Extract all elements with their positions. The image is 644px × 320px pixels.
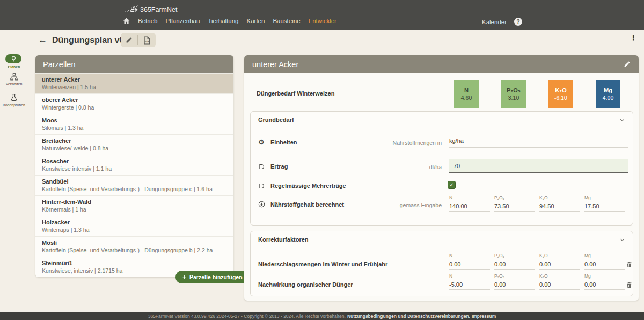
calc-n-input[interactable] xyxy=(449,202,490,212)
rail-label-planen: Planen xyxy=(0,65,28,69)
edit-parcel-button[interactable] xyxy=(624,61,631,68)
rail-item-planen[interactable] xyxy=(5,54,21,63)
niederschlag-n-input[interactable] xyxy=(449,260,490,270)
parcel-item-moesli[interactable]: Mösli Kartoffeln (Speise- und Verarbeitu… xyxy=(35,236,233,257)
chevron-down-icon[interactable] xyxy=(619,117,625,123)
korrekturfaktoren-card: Korrekturfaktoren Niederschlagsmengen im… xyxy=(250,231,633,296)
niederschlag-p2o5-input[interactable] xyxy=(494,260,535,270)
calc-mg-input[interactable] xyxy=(584,202,625,212)
rail-item-bodenproben[interactable] xyxy=(0,93,28,104)
parcel-item-sandbuel[interactable]: Sandbüel Kartoffeln (Speise- und Verarbe… xyxy=(35,175,233,195)
calc-p2o5-field: P₂O₅ xyxy=(494,195,535,212)
svg-text:PDF: PDF xyxy=(145,40,150,43)
logo-dots-icon xyxy=(124,5,138,14)
parcel-item-hinterr-dem-wald[interactable]: Hinterr-dem-Wald Körnermais | 1 ha xyxy=(35,195,233,216)
niederschlag-k2o-input[interactable] xyxy=(539,260,580,270)
calc-n-field: N xyxy=(449,195,490,212)
rail-item-verwalten[interactable] xyxy=(0,73,28,83)
topbar-right: Kalender ? xyxy=(482,18,522,26)
edit-plan-button[interactable] xyxy=(121,33,137,47)
footer-link-terms[interactable]: Nutzungsbedingungen und Datenschutzverei… xyxy=(347,314,470,319)
naehrstoffgehalt-row: Nährstoffgehalt berechnet gemäss Eingabe… xyxy=(258,195,625,216)
parcel-item-moos[interactable]: Moos Silomais | 1.3 ha xyxy=(35,114,233,134)
nav-pflanzenbau[interactable]: Pflanzenbau xyxy=(165,18,200,24)
pdf-icon: PDF xyxy=(143,36,151,45)
nav-bausteine[interactable]: Bausteine xyxy=(273,18,300,24)
logo-text: 365FarmNet xyxy=(140,6,177,13)
droplet-circle-icon xyxy=(258,200,265,210)
nav-kalender[interactable]: Kalender xyxy=(482,19,507,25)
rail-label-verwalten: Verwalten xyxy=(0,82,28,86)
calc-p2o5-input[interactable] xyxy=(494,202,535,212)
topbar: 365FarmNet Betrieb Pflanzenbau Tierhaltu… xyxy=(0,0,644,30)
parcels-panel: Parzellen unterer Acker Winterweizen | 1… xyxy=(35,55,233,277)
footer-link-impressum[interactable]: Impressum xyxy=(472,314,496,319)
korrektur-row-niederschlag: Niederschlagsmengen im Winter und Frühja… xyxy=(258,253,625,273)
page-title: Düngungsplan v01 xyxy=(52,35,129,45)
title-toolbar: PDF xyxy=(121,33,156,47)
nachwirkung-k2o-input[interactable] xyxy=(539,281,580,290)
chevron-down-icon[interactable] xyxy=(619,237,625,243)
pencil-icon xyxy=(126,37,133,43)
tile-n: N 4.60 xyxy=(454,80,479,108)
calc-k2o-field: K₂O xyxy=(539,195,580,212)
org-chart-icon xyxy=(10,73,18,81)
grundbedarf-header: Grundbedarf xyxy=(251,112,633,128)
einheiten-select[interactable]: kg/ha xyxy=(449,137,628,148)
ertrag-input[interactable] xyxy=(449,159,628,173)
nav-betrieb[interactable]: Betrieb xyxy=(138,18,157,24)
lightbulb-icon xyxy=(11,56,16,62)
main-nav: Betrieb Pflanzenbau Tierhaltung Karten B… xyxy=(123,18,336,24)
ertrag-row: Ertrag dt/ha xyxy=(258,163,625,177)
parcel-item-rosacher[interactable]: Rosacher Kunstwiese intensiv | 1.1 ha xyxy=(35,155,233,175)
parcel-item-breitacher[interactable]: Breitacher Naturwiese/-weide | 0.8 ha xyxy=(35,134,233,155)
nav-karten[interactable]: Karten xyxy=(247,18,265,24)
mehrertraege-checkbox[interactable]: ✓ xyxy=(448,181,456,189)
tile-p2o5: P₂O₅ 3.10 xyxy=(501,80,526,108)
plus-icon: + xyxy=(182,273,186,281)
korrekturfaktoren-header: Korrekturfaktoren xyxy=(251,231,633,248)
trash-icon[interactable] xyxy=(626,281,632,290)
parcel-item-unterer-acker[interactable]: unterer Acker Winterweizen | 1.5 ha xyxy=(35,73,233,93)
nutrient-tiles: N 4.60 P₂O₅ 3.10 K₂O -6.10 Mg 4.00 xyxy=(454,80,620,108)
detail-panel-header: unterer Acker xyxy=(244,55,639,73)
tile-k2o: K₂O -6.10 xyxy=(548,80,573,108)
footer: 365FarmNet Version 43.0.99.426 2024-05-2… xyxy=(0,312,644,320)
parcel-item-holzacker[interactable]: Holzacker Winterraps | 1.3 ha xyxy=(35,216,233,236)
calc-k2o-input[interactable] xyxy=(539,202,580,212)
calc-mg-field: Mg xyxy=(584,195,625,212)
add-parcel-button[interactable]: + Parzelle hinzufügen xyxy=(175,271,250,283)
gear-icon: ⚙ xyxy=(258,139,265,146)
detail-title: unterer Acker xyxy=(252,60,298,69)
nachwirkung-p2o5-input[interactable] xyxy=(494,281,535,290)
more-options-button[interactable]: ⋮ xyxy=(630,34,637,42)
parcel-item-oberer-acker[interactable]: oberer Acker Wintergerste | 0.8 ha xyxy=(35,93,233,114)
parcels-panel-header: Parzellen xyxy=(35,55,233,73)
trash-icon[interactable] xyxy=(626,260,632,270)
logo: 365FarmNet xyxy=(124,5,177,14)
pencil-icon xyxy=(624,61,631,68)
nav-tierhaltung[interactable]: Tierhaltung xyxy=(208,18,238,24)
mehrertraege-row: Regelmässige Mehrerträge ✓ xyxy=(258,182,625,192)
tile-mg: Mg 4.00 xyxy=(596,80,620,108)
grundbedarf-card: Grundbedarf ⚙ Einheiten Nährstoffmengen … xyxy=(250,111,633,226)
field-icon xyxy=(258,182,265,192)
parcel-detail-panel: unterer Acker Düngerbedarf Winterweizen … xyxy=(244,55,639,301)
nachwirkung-n-input[interactable] xyxy=(449,281,490,290)
flask-icon xyxy=(10,93,18,101)
footer-version-text: 365FarmNet Version 43.0.99.426 2024-05-2… xyxy=(148,314,346,319)
back-button[interactable]: ← xyxy=(38,35,47,46)
nav-entwickler[interactable]: Entwickler xyxy=(309,18,336,24)
app-root: 365FarmNet Betrieb Pflanzenbau Tierhaltu… xyxy=(0,0,644,320)
rail-label-bodenproben: Bodenproben xyxy=(0,103,28,107)
parcels-title: Parzellen xyxy=(43,60,75,69)
field-icon xyxy=(258,163,265,172)
help-icon[interactable]: ? xyxy=(514,18,522,26)
export-pdf-button[interactable]: PDF xyxy=(138,33,156,47)
einheiten-row: ⚙ Einheiten Nährstoffmengen in kg/ha xyxy=(258,139,625,152)
home-icon[interactable] xyxy=(123,18,130,24)
nachwirkung-mg-input[interactable] xyxy=(584,281,625,290)
fertilizer-need-label: Düngerbedarf Winterweizen xyxy=(257,90,334,97)
niederschlag-mg-input[interactable] xyxy=(584,260,625,270)
korrektur-row-nachwirkung: Nachwirkung organischer Dünger N P₂O₅ K₂… xyxy=(258,273,625,294)
